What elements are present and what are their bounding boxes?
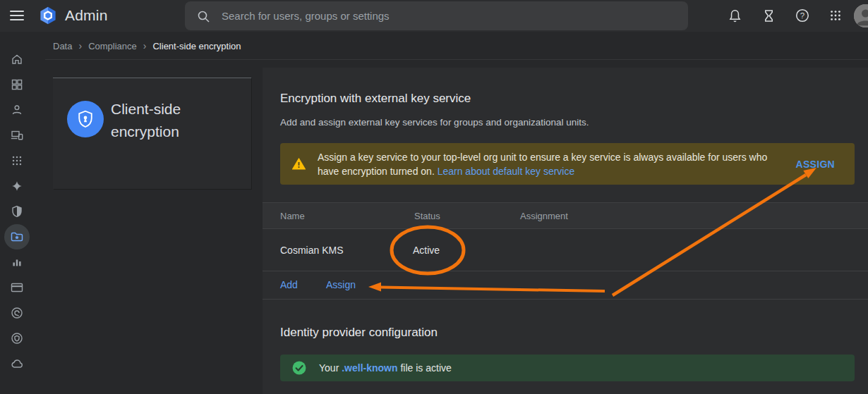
dashboard-icon [10, 78, 24, 92]
status-prefix: Your [319, 362, 342, 374]
sidebar-item-data[interactable] [4, 224, 30, 250]
sidebar-item-cloud[interactable] [4, 351, 30, 376]
tasks-hourglass-icon[interactable] [754, 1, 783, 30]
key-service-heading: Encryption with external key service [280, 92, 471, 106]
wellknown-status-text: Your .well-known file is active [319, 362, 452, 374]
chevron-right-icon: › [143, 40, 147, 51]
page-title: Client-side encryption [111, 98, 238, 143]
sidebar-item-home[interactable] [4, 47, 30, 72]
app-title: Admin [65, 7, 108, 24]
apps-grid-icon[interactable] [821, 1, 850, 30]
support-icon [10, 306, 24, 320]
add-button[interactable]: Add [280, 272, 298, 297]
assign-link-button[interactable]: Assign [326, 272, 356, 297]
security-shield-icon [10, 204, 24, 218]
check-circle-icon [291, 360, 307, 376]
search-placeholder: Search for users, groups or settings [222, 10, 390, 22]
avatar[interactable] [854, 4, 868, 27]
sidebar-item-dashboard[interactable] [4, 72, 30, 97]
main-panel: Encryption with external key service Add… [263, 68, 868, 394]
assign-button[interactable]: ASSIGN [796, 159, 835, 170]
gemini-sparkle-icon [11, 180, 23, 192]
sidebar-nav [0, 47, 34, 376]
column-header-name: Name [280, 203, 305, 229]
sidebar-item-devices[interactable] [4, 123, 30, 148]
directory-person-icon [10, 103, 24, 117]
admin-logo-icon [38, 6, 58, 25]
sidebar-item-reporting[interactable] [4, 250, 30, 275]
account-icon [10, 331, 24, 345]
shield-keyhole-icon [75, 109, 96, 130]
search-input[interactable]: Search for users, groups or settings [185, 1, 688, 30]
well-known-link[interactable]: .well-known [342, 362, 397, 374]
cloud-icon [10, 357, 24, 371]
warning-banner: Assign a key service to your top-level o… [280, 143, 855, 185]
sidebar-item-billing[interactable] [4, 275, 30, 300]
sidebar-item-directory[interactable] [4, 97, 30, 123]
key-service-description: Add and assign external key services for… [280, 117, 589, 128]
apps-icon [11, 154, 23, 167]
sidebar-item-apps[interactable] [4, 148, 30, 173]
status-badge: Active [413, 230, 440, 271]
breadcrumb-data[interactable]: Data [53, 41, 72, 51]
admin-logo[interactable]: Admin [38, 6, 108, 25]
svg-text:?: ? [800, 11, 804, 20]
sidebar-item-gemini[interactable] [4, 173, 30, 199]
status-suffix: file is active [398, 362, 452, 374]
column-header-assignment: Assignment [520, 203, 568, 229]
column-header-status: Status [414, 203, 440, 229]
search-icon [196, 9, 210, 23]
warning-text: Assign a key service to your top-level o… [318, 150, 777, 178]
topbar: Admin Search for users, groups or settin… [0, 0, 868, 32]
breadcrumb-compliance[interactable]: Compliance [88, 41, 137, 51]
notifications-bell-icon[interactable] [721, 1, 749, 30]
billing-card-icon [10, 281, 24, 295]
data-folder-star-icon [10, 230, 24, 244]
breadcrumb-current: Client-side encryption [152, 41, 241, 51]
sidebar-item-support[interactable] [4, 300, 30, 326]
admin-console-screen: Admin Search for users, groups or settin… [0, 0, 868, 394]
home-icon [10, 52, 24, 66]
key-service-name: Cosmian KMS [280, 230, 343, 271]
table-row[interactable]: Cosmian KMS Active [263, 230, 868, 271]
key-service-table-header: Name Status Assignment [263, 202, 868, 229]
sidebar-item-security[interactable] [4, 199, 30, 224]
breadcrumb-divider [45, 59, 868, 60]
breadcrumb: Data › Compliance › Client-side encrypti… [53, 40, 241, 51]
warning-triangle-icon [291, 156, 306, 171]
idp-heading: Identity provider configuration [280, 326, 438, 340]
devices-icon [10, 128, 24, 142]
sidebar-item-account[interactable] [4, 326, 30, 351]
cse-badge [67, 101, 104, 137]
help-icon[interactable]: ? [788, 1, 816, 30]
menu-icon[interactable] [10, 11, 24, 20]
reporting-chart-icon [11, 256, 23, 269]
learn-default-key-service-link[interactable]: Learn about default key service [438, 166, 575, 177]
chevron-right-icon: › [78, 40, 82, 51]
table-actions: Add Assign [263, 272, 868, 300]
page-summary-card: Client-side encryption [53, 78, 251, 189]
success-banner: Your .well-known file is active [280, 355, 855, 381]
